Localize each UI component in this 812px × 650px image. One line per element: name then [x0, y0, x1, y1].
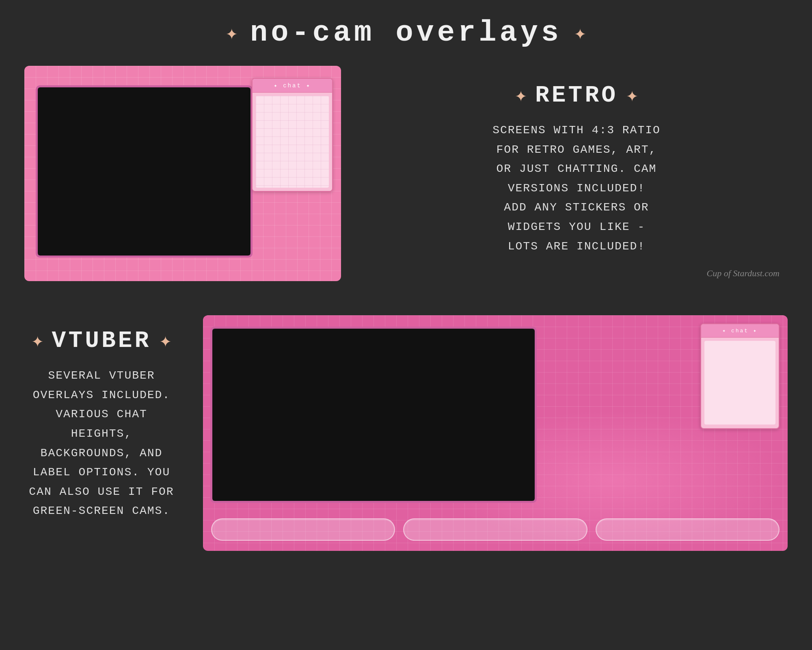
retro-screen-display — [38, 87, 251, 256]
page-title: no-cam overlays — [250, 16, 562, 50]
vtuber-overlay-card: ✦ chat ✦ — [203, 315, 788, 551]
vtuber-sparkle-left-icon: ✦ — [31, 328, 43, 353]
sparkle-left-icon: ✦ — [226, 21, 238, 46]
label-bar-3 — [596, 518, 780, 541]
top-section: ✦ chat ✦ ✦ RETRO ✦ SCREENS WITH 4:3 RATI… — [0, 66, 812, 287]
retro-chat-content — [256, 96, 329, 188]
retro-heading-text: RETRO — [535, 82, 618, 108]
vtuber-chat-box: ✦ chat ✦ — [700, 323, 780, 429]
retro-sparkle-left-icon: ✦ — [515, 83, 527, 108]
vtuber-chat-header: ✦ chat ✦ — [701, 324, 779, 338]
retro-screen — [37, 86, 252, 257]
vtuber-sparkle-right-icon: ✦ — [159, 328, 171, 353]
vtuber-heading-text: VTUBER — [52, 327, 151, 354]
retro-heading: ✦ RETRO ✦ — [515, 82, 638, 108]
bottom-section: ✦ VTUBER ✦ SEVERAL VTUBEROVERLAYS INCLUD… — [0, 299, 812, 551]
label-bar-2 — [403, 518, 587, 541]
vtuber-heading: ✦ VTUBER ✦ — [31, 327, 171, 354]
vtuber-chat-content — [704, 341, 775, 425]
vtuber-screen-display — [212, 329, 535, 501]
retro-chat-box: ✦ chat ✦ — [252, 78, 333, 192]
vtuber-screen — [211, 327, 536, 502]
retro-text-section: ✦ RETRO ✦ SCREENS WITH 4:3 RATIOFOR RETR… — [365, 66, 788, 287]
sparkle-right-icon: ✦ — [574, 21, 586, 46]
retro-chat-header: ✦ chat ✦ — [253, 79, 332, 93]
page-header: ✦ no-cam overlays ✦ — [0, 0, 812, 62]
label-bar-1 — [211, 518, 395, 541]
vtuber-text-section: ✦ VTUBER ✦ SEVERAL VTUBEROVERLAYS INCLUD… — [24, 315, 179, 551]
label-bars-container — [211, 518, 780, 541]
retro-sparkle-right-icon: ✦ — [626, 83, 638, 108]
retro-description: SCREENS WITH 4:3 RATIOFOR RETRO GAMES, A… — [492, 121, 661, 256]
retro-overlay-card: ✦ chat ✦ — [24, 66, 341, 281]
watermark: Cup of Stardust.com — [365, 268, 788, 279]
vtuber-description: SEVERAL VTUBEROVERLAYS INCLUDED.VARIOUS … — [24, 366, 179, 521]
